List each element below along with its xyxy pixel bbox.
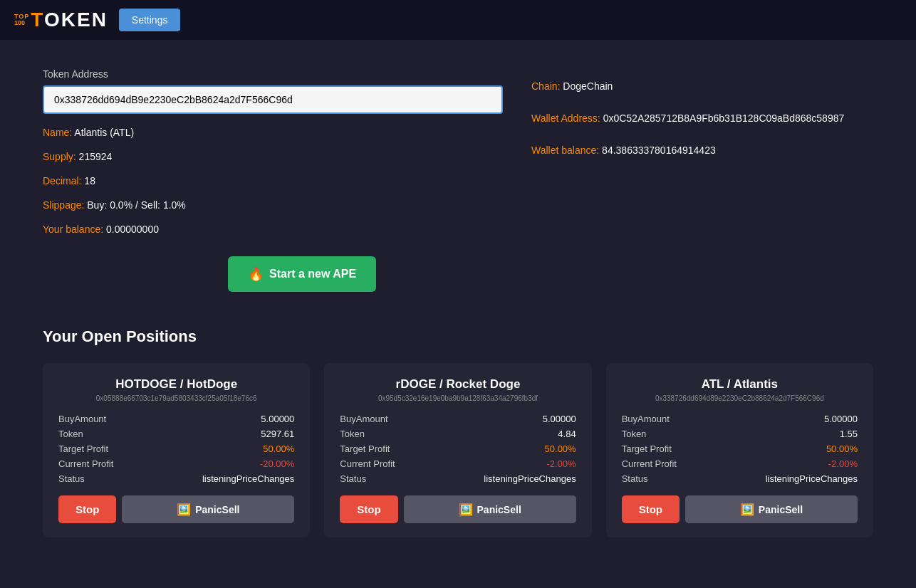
start-ape-button[interactable]: 🔥 Start a new APE [228, 256, 376, 292]
panicsell-icon-0: 🖼️ [177, 503, 191, 516]
wallet-balance-row: Wallet balance: 84.386333780164914423 [531, 140, 873, 162]
panicsell-icon-1: 🖼️ [459, 503, 473, 516]
stop-button-0[interactable]: Stop [58, 495, 116, 523]
logo: TOP 100 TOKEN [14, 9, 108, 31]
token-label-0: Token [58, 429, 83, 439]
status-label-1: Status [340, 473, 366, 484]
balance-value-text: 0.00000000 [106, 224, 159, 235]
panicsell-button-2[interactable]: 🖼️ PanicSell [685, 495, 858, 523]
status-value-0: listeningPriceChanges [202, 473, 294, 484]
supply-value-text: 215924 [79, 151, 113, 162]
current-profit-label-2: Current Profit [622, 458, 677, 469]
card-current-profit-1: Current Profit -2.00% [340, 458, 576, 469]
card-address-1: 0x95d5c32e16e19e0ba9b9a128f63a34a2796fb3… [340, 394, 576, 402]
name-label: Name: [43, 127, 72, 138]
card-address-2: 0x338726dd694d89e2230eC2b88624a2d7F566C9… [622, 394, 858, 402]
card-actions-2: Stop 🖼️ PanicSell [622, 495, 858, 523]
buy-amount-value-1: 5.00000 [543, 414, 576, 424]
stop-button-1[interactable]: Stop [340, 495, 397, 523]
target-profit-label-1: Target Profit [340, 443, 390, 454]
target-profit-value-2: 50.00% [826, 443, 858, 454]
balance-label: Your balance: [43, 224, 103, 235]
position-card-1: rDOGE / Rocket Doge 0x95d5c32e16e19e0ba9… [324, 363, 591, 537]
current-profit-value-2: -2.00% [828, 458, 858, 469]
card-token-2: Token 1.55 [622, 429, 858, 439]
settings-button[interactable]: Settings [119, 9, 181, 31]
card-target-profit-1: Target Profit 50.00% [340, 443, 576, 454]
main-content: Token Address Name: Atlantis (ATL) Suppl… [0, 40, 916, 559]
panicsell-button-1[interactable]: 🖼️ PanicSell [404, 495, 576, 523]
card-buy-amount-2: BuyAmount 5.00000 [622, 414, 858, 424]
wallet-balance-label: Wallet balance: [531, 145, 599, 156]
token-address-label: Token Address [43, 68, 503, 80]
chain-label: Chain: [531, 80, 560, 92]
buy-amount-label-1: BuyAmount [340, 414, 387, 424]
card-status-2: Status listeningPriceChanges [622, 473, 858, 484]
card-current-profit-2: Current Profit -2.00% [622, 458, 858, 469]
status-value-1: listeningPriceChanges [484, 473, 576, 484]
token-value-0: 5297.61 [261, 429, 294, 439]
current-profit-label-0: Current Profit [58, 458, 113, 469]
token-value-1: 4.84 [558, 429, 576, 439]
panicsell-label-2: PanicSell [759, 504, 803, 515]
card-status-1: Status listeningPriceChanges [340, 473, 576, 484]
target-profit-value-0: 50.00% [263, 443, 294, 454]
decimal-label: Decimal: [43, 175, 81, 187]
wallet-address-label: Wallet Address: [531, 112, 600, 124]
buy-amount-value-2: 5.00000 [824, 414, 858, 424]
card-title-0: HOTDOGE / HotDoge [58, 377, 294, 392]
card-actions-1: Stop 🖼️ PanicSell [340, 495, 576, 523]
slippage-row: Slippage: Buy: 0.0% / Sell: 1.0% [43, 199, 503, 211]
logo-token-text: TOKEN [31, 9, 108, 31]
panicsell-button-0[interactable]: 🖼️ PanicSell [122, 495, 294, 523]
card-address-0: 0x05888e66703c1e79ad5803433cf25a05f18e76… [58, 394, 294, 402]
card-status-0: Status listeningPriceChanges [58, 473, 294, 484]
target-profit-label-0: Target Profit [58, 443, 108, 454]
token-address-input[interactable] [43, 85, 503, 114]
card-actions-0: Stop 🖼️ PanicSell [58, 495, 294, 523]
status-label-0: Status [58, 473, 85, 484]
panicsell-label-0: PanicSell [195, 504, 239, 515]
chain-row: Chain: DogeChain [531, 75, 873, 98]
token-label-1: Token [340, 429, 365, 439]
stop-button-2[interactable]: Stop [622, 495, 680, 523]
left-panel: Token Address Name: Atlantis (ATL) Suppl… [43, 68, 503, 292]
card-token-1: Token 4.84 [340, 429, 576, 439]
supply-row: Supply: 215924 [43, 151, 503, 162]
positions-grid: HOTDOGE / HotDoge 0x05888e66703c1e79ad58… [43, 363, 873, 537]
top-section: Token Address Name: Atlantis (ATL) Suppl… [43, 68, 873, 292]
logo-100-text: 100 [14, 20, 29, 26]
current-profit-label-1: Current Profit [340, 458, 395, 469]
token-label-2: Token [622, 429, 647, 439]
card-title-2: ATL / Atlantis [622, 377, 858, 392]
status-label-2: Status [622, 473, 648, 484]
decimal-value-text: 18 [84, 175, 95, 187]
position-card-0: HOTDOGE / HotDoge 0x05888e66703c1e79ad58… [43, 363, 310, 537]
chain-value-text: DogeChain [563, 80, 613, 92]
supply-label: Supply: [43, 151, 76, 162]
buy-amount-label-0: BuyAmount [58, 414, 106, 424]
header: TOP 100 TOKEN Settings [0, 0, 916, 40]
positions-section: Your Open Positions HOTDOGE / HotDoge 0x… [43, 327, 873, 537]
wallet-balance-value-text: 84.386333780164914423 [602, 145, 716, 156]
fire-icon: 🔥 [248, 266, 264, 282]
name-value-text: Atlantis (ATL) [74, 127, 134, 138]
balance-row: Your balance: 0.00000000 [43, 224, 503, 235]
panicsell-label-1: PanicSell [477, 504, 521, 515]
card-buy-amount-0: BuyAmount 5.00000 [58, 414, 294, 424]
card-current-profit-0: Current Profit -20.00% [58, 458, 294, 469]
slippage-value-text: Buy: 0.0% / Sell: 1.0% [87, 199, 186, 211]
positions-title: Your Open Positions [43, 327, 873, 346]
target-profit-label-2: Target Profit [622, 443, 672, 454]
token-value-2: 1.55 [840, 429, 858, 439]
status-value-2: listeningPriceChanges [766, 473, 858, 484]
panicsell-icon-2: 🖼️ [740, 503, 754, 516]
buy-amount-label-2: BuyAmount [622, 414, 670, 424]
card-buy-amount-1: BuyAmount 5.00000 [340, 414, 576, 424]
buy-amount-value-0: 5.00000 [261, 414, 294, 424]
current-profit-value-0: -20.00% [260, 458, 294, 469]
position-card-2: ATL / Atlantis 0x338726dd694d89e2230eC2b… [606, 363, 873, 537]
start-ape-label: Start a new APE [269, 268, 356, 280]
decimal-row: Decimal: 18 [43, 175, 503, 187]
right-panel: Chain: DogeChain Wallet Address: 0x0C52A… [531, 68, 873, 292]
